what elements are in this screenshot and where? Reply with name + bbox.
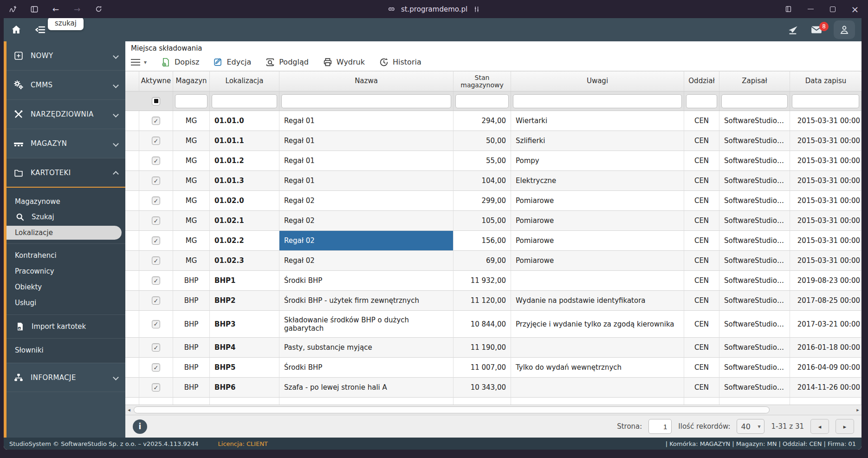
cell-data[interactable]: 2017-08-25 00:00 — [790, 291, 862, 311]
column-header-aktywne[interactable]: Aktywne — [139, 72, 173, 91]
cell-oddzial[interactable]: CEN — [684, 171, 719, 191]
cell-oddzial[interactable]: CEN — [684, 291, 719, 311]
cell-lokalizacja[interactable]: BHP4 — [210, 338, 279, 358]
sidebar-item-kontrahenci[interactable]: Kontrahenci — [6, 248, 125, 263]
cell-zapisal[interactable]: SoftwareStudio… — [719, 231, 790, 251]
cell-magazyn[interactable]: BHP — [173, 271, 210, 291]
cell-uwagi[interactable] — [511, 378, 684, 398]
filter-data[interactable] — [790, 92, 862, 111]
cell-nazwa[interactable]: Regał 02 — [279, 211, 453, 231]
sidebar-item-kartoteki[interactable]: KARTOTEKI — [6, 158, 125, 188]
wydruk-button[interactable]: Wydruk — [323, 57, 365, 67]
cell-nazwa[interactable]: Regał 01 — [279, 151, 453, 171]
row-gutter[interactable] — [125, 271, 139, 291]
cell-aktywne[interactable] — [139, 151, 173, 171]
filter-input-data[interactable] — [792, 94, 859, 108]
cell-lokalizacja[interactable]: BHP3 — [210, 311, 279, 338]
cell-data[interactable]: 2014-11-26 00:00 — [790, 378, 862, 398]
next-page-button[interactable]: ▸ — [836, 419, 854, 434]
cell-lokalizacja[interactable]: 01.02.3 — [210, 251, 279, 271]
table-row[interactable]: BHPBHP2Środki BHP - użytek firm zewnętrz… — [125, 291, 862, 311]
row-checkbox[interactable] — [152, 343, 160, 352]
cell-magazyn[interactable]: MG — [173, 131, 210, 151]
filter-zapisal[interactable] — [719, 92, 790, 111]
row-gutter[interactable] — [125, 378, 139, 398]
sidebar-item-lokalizacje[interactable]: Lokalizacje — [6, 226, 122, 240]
cell-uwagi[interactable]: Wiertarki — [511, 111, 684, 131]
cell-stan[interactable]: 104,00 — [453, 171, 511, 191]
cell-stan[interactable]: 10 844,00 — [453, 311, 511, 338]
cell-magazyn[interactable]: MG — [173, 231, 210, 251]
cell-data[interactable]: 2015-03-31 00:00 — [790, 231, 862, 251]
cell-uwagi[interactable]: Przyjęcie i wydanie tylko za zgodą kiero… — [511, 311, 684, 338]
cell-data[interactable]: 2016-01-18 00:00 — [790, 338, 862, 358]
cell-nazwa[interactable]: Pasty, substancje myjące — [279, 338, 453, 358]
cell-magazyn[interactable]: BHP — [173, 311, 210, 338]
column-header-zapisal[interactable]: Zapisał — [719, 72, 790, 91]
column-header-uwagi[interactable]: Uwagi — [511, 72, 684, 91]
cell-aktywne[interactable] — [139, 311, 173, 338]
cell-aktywne[interactable] — [139, 231, 173, 251]
cell-lokalizacja[interactable]: 01.02.1 — [210, 211, 279, 231]
cell-lokalizacja[interactable]: BHP2 — [210, 291, 279, 311]
cell-magazyn[interactable]: MG — [173, 171, 210, 191]
sidebar-item-import-kartotek[interactable]: x Import kartotek — [6, 319, 125, 334]
table-row[interactable]: MG01.01.1Regał 0150,00SzlifierkiCENSoftw… — [125, 131, 862, 151]
filter-oddzial[interactable] — [684, 92, 719, 111]
cell-zapisal[interactable]: SoftwareStudio… — [719, 131, 790, 151]
cell-oddzial[interactable]: CEN — [684, 231, 719, 251]
cell-zapisal[interactable]: SoftwareStudio… — [719, 271, 790, 291]
row-checkbox[interactable] — [152, 276, 160, 285]
table-row[interactable]: MG01.01.0Regał 01294,00WiertarkiCENSoftw… — [125, 111, 862, 131]
podglad-button[interactable]: Podgląd — [265, 57, 309, 67]
sidebar-toggle-icon[interactable] — [30, 5, 39, 14]
reload-icon[interactable] — [94, 5, 103, 14]
row-checkbox[interactable] — [152, 117, 160, 125]
cell-zapisal[interactable]: SoftwareStudio… — [719, 358, 790, 378]
row-gutter[interactable] — [125, 111, 139, 131]
cell-zapisal[interactable]: SoftwareStudio… — [719, 338, 790, 358]
cell-stan[interactable]: 50,00 — [453, 131, 511, 151]
cell-lokalizacja[interactable]: 01.01.1 — [210, 131, 279, 151]
cell-uwagi[interactable] — [511, 271, 684, 291]
row-gutter[interactable] — [125, 211, 139, 231]
cell-oddzial[interactable]: CEN — [684, 211, 719, 231]
cell-magazyn[interactable]: MG — [173, 111, 210, 131]
sidebar-item-narzedziownia[interactable]: NARZĘDZIOWNIA — [6, 100, 125, 129]
cell-stan[interactable]: 11 932,00 — [453, 271, 511, 291]
table-row[interactable]: BHPBHP6Szafa - po lewej stronie hali A10… — [125, 378, 862, 398]
cell-lokalizacja[interactable]: BHP5 — [210, 358, 279, 378]
cell-nazwa[interactable]: Regał 02 — [279, 251, 453, 271]
cell-data[interactable]: 2015-03-31 00:00 — [790, 111, 862, 131]
cell-aktywne[interactable] — [139, 291, 173, 311]
filter-input-oddzial[interactable] — [686, 94, 717, 108]
sidebar-item-obiekty[interactable]: Obiekty — [6, 279, 125, 295]
cell-aktywne[interactable] — [139, 251, 173, 271]
row-checkbox[interactable] — [152, 296, 160, 305]
cell-uwagi[interactable]: Pompy — [511, 151, 684, 171]
cell-oddzial[interactable]: CEN — [684, 151, 719, 171]
sidebar-item-informacje[interactable]: INFORMACJE — [6, 363, 125, 392]
cell-nazwa[interactable]: Regał 02 — [279, 231, 453, 251]
row-gutter[interactable] — [125, 231, 139, 251]
prev-page-button[interactable]: ◂ — [810, 419, 829, 434]
cell-aktywne[interactable] — [139, 271, 173, 291]
scrollbar-thumb[interactable] — [134, 406, 770, 413]
filter-nazwa[interactable] — [279, 92, 453, 111]
cell-oddzial[interactable]: CEN — [684, 271, 719, 291]
cell-aktywne[interactable] — [139, 378, 173, 398]
cell-data[interactable]: 2017-03-21 00:00 — [790, 311, 862, 338]
row-checkbox[interactable] — [152, 177, 160, 185]
row-checkbox[interactable] — [152, 196, 160, 205]
cell-nazwa[interactable]: Środki BHP — [279, 271, 453, 291]
cell-oddzial[interactable]: CEN — [684, 378, 719, 398]
row-gutter[interactable] — [125, 251, 139, 271]
cell-nazwa[interactable]: Regał 02 — [279, 191, 453, 211]
row-gutter[interactable] — [125, 311, 139, 338]
minimize-button[interactable] — [806, 5, 815, 14]
cell-nazwa[interactable]: Regał 01 — [279, 131, 453, 151]
sidebar-item-szukaj[interactable]: Szukaj — [6, 209, 125, 225]
row-gutter[interactable] — [125, 358, 139, 378]
row-gutter[interactable] — [125, 131, 139, 151]
cell-uwagi[interactable] — [511, 338, 684, 358]
